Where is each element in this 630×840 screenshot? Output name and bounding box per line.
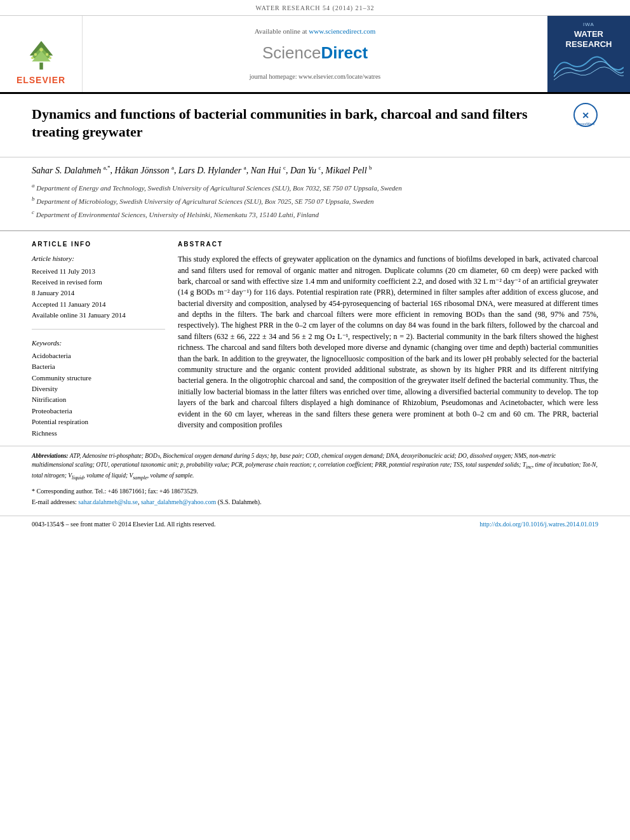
copyright-text: 0043-1354/$ – see front matter © 2014 El… xyxy=(32,520,215,529)
wr-wave-design-icon xyxy=(554,51,624,83)
svg-rect-0 xyxy=(39,62,43,69)
affiliation-a: a Department of Energy and Technology, S… xyxy=(32,182,598,193)
svg-point-4 xyxy=(39,48,43,52)
svg-point-8 xyxy=(48,57,51,59)
wr-title: WATERRESEARCH xyxy=(554,29,624,49)
keyword-6: Potential respiration xyxy=(32,417,165,427)
elsevier-logo-area: ELSEVIER xyxy=(0,16,83,92)
keyword-3: Diversity xyxy=(32,384,165,394)
email-link-2[interactable]: sahar_dalahmeh@yahoo.com xyxy=(141,498,216,505)
keyword-2: Community structure xyxy=(32,373,165,383)
journal-homepage: journal homepage: www.elsevier.com/locat… xyxy=(250,72,381,81)
header-section: ELSEVIER Available online at www.science… xyxy=(0,16,630,94)
received-revised-label: Received in revised form xyxy=(32,277,165,287)
journal-citation: WATER RESEARCH 54 (2014) 21–32 xyxy=(255,4,374,11)
crossmark-area: ✕ CrossMark xyxy=(573,102,598,131)
svg-point-6 xyxy=(45,53,48,56)
elsevier-name: ELSEVIER xyxy=(17,74,65,87)
abbreviations: Abbreviations: ATP, Adenosine tri-phosph… xyxy=(32,451,598,482)
copyright-bar: 0043-1354/$ – see front matter © 2014 El… xyxy=(0,516,630,533)
title-section: ✕ CrossMark Dynamics and functions of ba… xyxy=(0,94,630,157)
authors-line: Sahar S. Dalahmeh a,*, Håkan Jönsson a, … xyxy=(32,164,598,177)
keywords-label: Keywords: xyxy=(32,338,165,348)
affiliation-c: c Department of Environmental Sciences, … xyxy=(32,208,598,220)
svg-point-7 xyxy=(31,57,34,59)
article-info-heading: ARTICLE INFO xyxy=(32,240,165,249)
corresponding-author: * Corresponding author. Tel.: +46 186716… xyxy=(32,487,598,496)
crossmark-icon: ✕ CrossMark xyxy=(573,102,598,128)
received-date: Received 11 July 2013 xyxy=(32,267,165,276)
svg-point-5 xyxy=(34,53,37,56)
elsevier-logo: ELSEVIER xyxy=(17,38,65,87)
keyword-7: Richness xyxy=(32,429,165,438)
email-line: E-mail addresses: sahar.dalahmeh@slu.se,… xyxy=(32,498,598,507)
revised-date: 8 January 2014 xyxy=(32,288,165,298)
sciencedirect-logo: ScienceDirect xyxy=(262,41,368,64)
wr-badge-content: IWA WATERRESEARCH xyxy=(554,21,624,87)
main-content: ARTICLE INFO Article history: Received 1… xyxy=(0,231,630,439)
abstract-section: ABSTRACT This study explored the effects… xyxy=(178,240,598,430)
abstract-heading: ABSTRACT xyxy=(178,240,598,249)
keyword-1: Bacteria xyxy=(32,362,165,371)
svg-text:✕: ✕ xyxy=(582,110,589,121)
keyword-5: Proteobacteria xyxy=(32,406,165,416)
email-link-1[interactable]: sahar.dalahmeh@slu.se xyxy=(78,498,138,505)
footer-section: Abbreviations: ATP, Adenosine tri-phosph… xyxy=(0,446,630,512)
article-title: Dynamics and functions of bacterial comm… xyxy=(32,105,598,142)
affiliation-b: b Department of Microbiology, Swedish Un… xyxy=(32,195,598,206)
svg-text:CrossMark: CrossMark xyxy=(576,122,595,126)
journal-top-bar: WATER RESEARCH 54 (2014) 21–32 xyxy=(0,0,630,16)
article-history: Article history: Received 11 July 2013 R… xyxy=(32,254,165,330)
sciencedirect-url[interactable]: www.sciencedirect.com xyxy=(309,27,375,35)
history-label: Article history: xyxy=(32,254,165,263)
elsevier-tree-icon xyxy=(22,38,60,73)
water-research-badge: IWA WATERRESEARCH xyxy=(547,16,630,92)
affiliations: a Department of Energy and Technology, S… xyxy=(32,182,598,220)
available-online-date: Available online 31 January 2014 xyxy=(32,310,165,320)
keywords-section: Keywords: Acidobacteria Bacteria Communi… xyxy=(32,337,165,438)
header-center: Available online at www.sciencedirect.co… xyxy=(83,16,547,92)
doi-link[interactable]: http://dx.doi.org/10.1016/j.watres.2014.… xyxy=(479,520,598,529)
abstract-text: This study explored the effects of greyw… xyxy=(178,254,598,430)
article-info-column: ARTICLE INFO Article history: Received 1… xyxy=(32,240,165,439)
accepted-date: Accepted 11 January 2014 xyxy=(32,300,165,309)
iwa-label: IWA xyxy=(554,21,624,28)
available-online-text: Available online at www.sciencedirect.co… xyxy=(255,27,376,36)
keyword-0: Acidobacteria xyxy=(32,351,165,361)
authors-section: Sahar S. Dalahmeh a,*, Håkan Jönsson a, … xyxy=(0,157,630,231)
keyword-4: Nitrification xyxy=(32,395,165,404)
abstract-column: ABSTRACT This study explored the effects… xyxy=(178,240,598,439)
